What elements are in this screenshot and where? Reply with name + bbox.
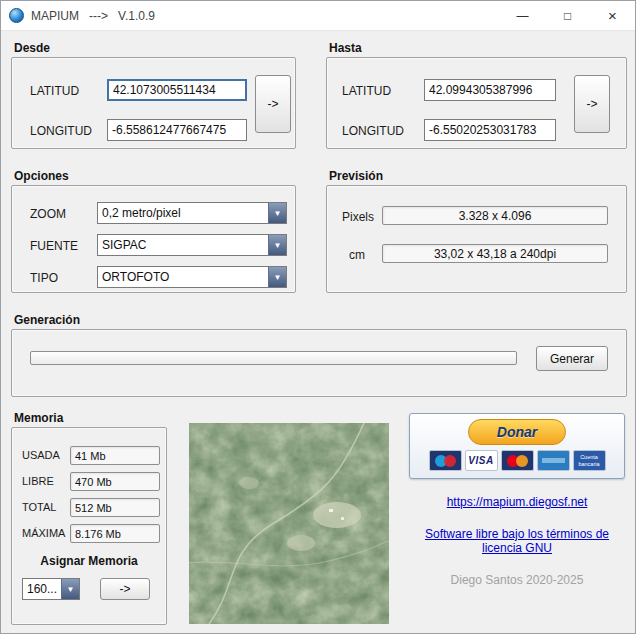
credit-text: Diego Santos 2020-2025 bbox=[409, 573, 625, 587]
map-preview-image bbox=[189, 423, 389, 624]
desde-transfer-button[interactable]: -> bbox=[255, 75, 291, 133]
desde-group-title: Desde bbox=[14, 41, 50, 55]
memoria-total-value: 512 Mb bbox=[70, 498, 160, 517]
pixels-value: 3.328 x 4.096 bbox=[382, 206, 608, 225]
zoom-select[interactable]: 0,2 metro/pixel ▼ bbox=[97, 202, 287, 224]
donate-button[interactable]: Donar VISA Cuenta bancaria bbox=[409, 413, 625, 479]
donar-label: Donar bbox=[468, 419, 566, 445]
desde-latitud-input[interactable] bbox=[107, 79, 247, 101]
desde-longitud-label: LONGITUD bbox=[30, 124, 92, 138]
chevron-down-icon: ▼ bbox=[268, 267, 286, 287]
tipo-select[interactable]: ORTOFOTO ▼ bbox=[97, 266, 287, 288]
hasta-latitud-input[interactable] bbox=[424, 79, 556, 101]
memoria-selected-value: 160... bbox=[23, 579, 61, 599]
chevron-down-icon: ▼ bbox=[268, 235, 286, 255]
desde-latitud-label: LATITUD bbox=[30, 84, 79, 98]
opciones-group-title: Opciones bbox=[14, 169, 69, 183]
visa-text: VISA bbox=[468, 455, 493, 466]
tipo-label: TIPO bbox=[30, 271, 58, 285]
zoom-label: ZOOM bbox=[30, 207, 66, 221]
close-button[interactable]: × bbox=[590, 1, 635, 31]
desde-longitud-input[interactable] bbox=[107, 119, 247, 141]
app-window: MAPIUM ---> V.1.0.9 — □ × Desde LATITUD … bbox=[0, 0, 636, 634]
hasta-longitud-input[interactable] bbox=[424, 119, 556, 141]
memoria-usada-value: 41 Mb bbox=[70, 446, 160, 465]
bank-account-card-icon: Cuenta bancaria bbox=[573, 450, 606, 471]
generar-button[interactable]: Generar bbox=[536, 346, 608, 371]
memoria-group: Memoria USADA 41 Mb LIBRE 470 Mb TOTAL 5… bbox=[11, 427, 167, 625]
window-title: MAPIUM ---> V.1.0.9 bbox=[31, 9, 500, 23]
fuente-selected-value: SIGPAC bbox=[98, 235, 268, 255]
titlebar: MAPIUM ---> V.1.0.9 — □ × bbox=[1, 1, 635, 31]
cm-label: cm bbox=[349, 248, 365, 262]
memoria-select[interactable]: 160... ▼ bbox=[22, 578, 80, 600]
memoria-maxima-label: MÁXIMA bbox=[22, 527, 65, 539]
mastercard-card-icon bbox=[501, 450, 534, 471]
chevron-down-icon: ▼ bbox=[268, 203, 286, 223]
memoria-total-label: TOTAL bbox=[22, 501, 56, 513]
progress-bar bbox=[30, 351, 517, 365]
hasta-group: Hasta LATITUD LONGITUD -> bbox=[326, 57, 627, 149]
maximize-button[interactable]: □ bbox=[545, 1, 590, 31]
fuente-label: FUENTE bbox=[30, 239, 78, 253]
pixels-label: Pixels bbox=[342, 210, 374, 224]
desde-group: Desde LATITUD LONGITUD -> bbox=[11, 57, 296, 149]
memoria-libre-value: 470 Mb bbox=[70, 472, 160, 491]
generacion-group: Generación Generar bbox=[11, 329, 627, 397]
memoria-group-title: Memoria bbox=[14, 411, 63, 425]
fuente-select[interactable]: SIGPAC ▼ bbox=[97, 234, 287, 256]
cm-value: 33,02 x 43,18 a 240dpi bbox=[382, 244, 608, 263]
asignar-memoria-label: Asignar Memoria bbox=[12, 554, 166, 568]
generacion-group-title: Generación bbox=[14, 313, 80, 327]
tipo-selected-value: ORTOFOTO bbox=[98, 267, 268, 287]
visa-card-icon: VISA bbox=[465, 450, 498, 471]
chevron-down-icon: ▼ bbox=[61, 579, 79, 599]
amex-card-icon bbox=[537, 450, 570, 471]
prevision-group-title: Previsión bbox=[329, 169, 383, 183]
memoria-libre-label: LIBRE bbox=[22, 475, 54, 487]
memoria-maxima-value: 8.176 Mb bbox=[70, 524, 160, 543]
license-link[interactable]: Software libre bajo los términos de lice… bbox=[417, 527, 617, 555]
hasta-longitud-label: LONGITUD bbox=[342, 124, 404, 138]
prevision-group: Previsión Pixels 3.328 x 4.096 cm 33,02 … bbox=[326, 185, 627, 293]
client-area: Desde LATITUD LONGITUD -> Hasta LATITUD … bbox=[1, 31, 635, 633]
globe-icon bbox=[9, 8, 24, 23]
hasta-latitud-label: LATITUD bbox=[342, 84, 391, 98]
maestro-card-icon bbox=[429, 450, 462, 471]
opciones-group: Opciones ZOOM 0,2 metro/pixel ▼ FUENTE S… bbox=[11, 185, 296, 293]
aerial-terrain-graphic bbox=[189, 423, 389, 624]
payment-cards: VISA Cuenta bancaria bbox=[429, 450, 606, 471]
window-controls: — □ × bbox=[500, 1, 635, 31]
zoom-selected-value: 0,2 metro/pixel bbox=[98, 203, 268, 223]
asignar-memoria-button[interactable]: -> bbox=[100, 578, 150, 600]
hasta-transfer-button[interactable]: -> bbox=[574, 75, 610, 133]
website-link[interactable]: https://mapium.diegosf.net bbox=[409, 495, 625, 509]
hasta-group-title: Hasta bbox=[329, 41, 362, 55]
memoria-usada-label: USADA bbox=[22, 449, 60, 461]
minimize-button[interactable]: — bbox=[500, 1, 545, 31]
